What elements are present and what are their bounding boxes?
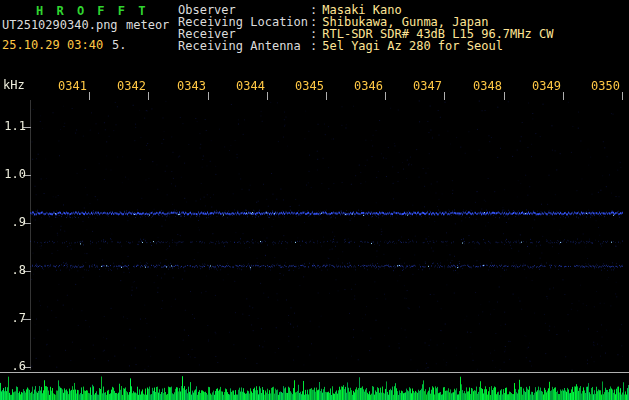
counter-label: 5. — [112, 39, 126, 52]
freq-label: .7 — [0, 312, 26, 325]
freq-axis-unit: kHz — [3, 79, 25, 92]
app-title: H R O F F T — [36, 5, 148, 18]
datetime-label: 25.10.29 03:40 — [2, 39, 103, 52]
time-label: 0347 — [402, 80, 442, 93]
freq-label: .6 — [0, 360, 26, 373]
time-label: 0343 — [166, 80, 206, 93]
info-row-antenna: Receiving Antenna:5el Yagi Az 280 for Se… — [178, 40, 503, 53]
time-label: 0345 — [284, 80, 324, 93]
time-label: 0344 — [225, 80, 265, 93]
info-separator: : — [310, 39, 317, 53]
hrofft-window: H R O F F T UT2510290340.png meteor 25.1… — [0, 0, 629, 400]
time-label: 0350 — [580, 80, 620, 93]
info-value: 5el Yagi Az 280 for Seoul — [322, 39, 503, 53]
time-label: 0341 — [47, 80, 87, 93]
time-label: 0348 — [462, 80, 502, 93]
info-label: Receiving Antenna — [178, 40, 310, 53]
freq-label: .9 — [0, 216, 26, 229]
filename-label: UT2510290340.png — [2, 19, 118, 32]
freq-label: 1.0 — [0, 168, 26, 181]
mode-label: meteor — [126, 19, 169, 32]
time-label: 0342 — [106, 80, 146, 93]
time-label: 0346 — [343, 80, 383, 93]
spectrogram-canvas — [0, 72, 629, 400]
freq-label: .8 — [0, 264, 26, 277]
freq-label: 1.1 — [0, 120, 26, 133]
time-label: 0349 — [521, 80, 561, 93]
